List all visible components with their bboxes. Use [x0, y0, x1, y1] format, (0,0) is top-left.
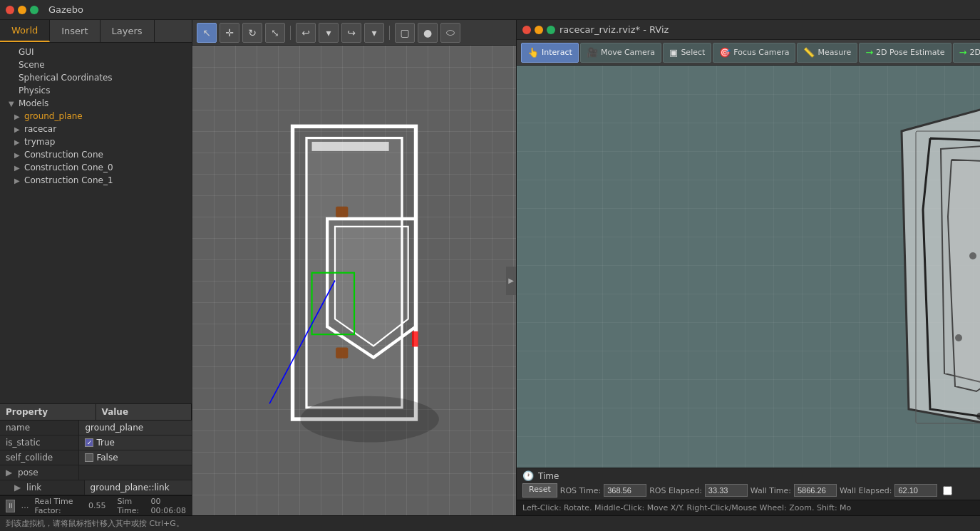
rviz-2d-pose-button[interactable]: → 2D Pose Estimate — [859, 43, 951, 63]
simtime-label: Sim Time: — [117, 497, 145, 515]
checkbox-is-static[interactable]: ✓ — [85, 438, 93, 447]
wall-time-field[interactable] — [794, 484, 837, 497]
rviz-select-button[interactable]: ▣ Select — [663, 43, 711, 63]
gazebo-toolbar: ↖ ✛ ↻ ⤡ ↩ ▾ ↪ ▾ ▢ ● ⬭ — [192, 20, 516, 46]
time-reset-button[interactable]: Reset — [522, 483, 557, 498]
wall-time-label: Wall Time: — [751, 486, 791, 495]
box-button[interactable]: ▢ — [395, 23, 415, 43]
tree-item-racecar[interactable]: ▶ racecar — [0, 123, 192, 135]
main-layout: World Insert Layers GUI Scene Spherical … — [0, 20, 980, 515]
tree-arrow: ▶ — [14, 151, 21, 159]
ros-elapsed-field[interactable] — [705, 484, 748, 497]
redo-dropdown[interactable]: ▾ — [364, 23, 384, 43]
realtime-value: 0.55 — [88, 501, 106, 510]
undo-button[interactable]: ↩ — [296, 23, 316, 43]
panel-collapse-arrow[interactable]: ▶ — [506, 267, 516, 295]
gazebo-viewport-panel: ↖ ✛ ↻ ⤡ ↩ ▾ ↪ ▾ ▢ ● ⬭ — [192, 20, 517, 515]
redo-button[interactable]: ↪ — [341, 23, 361, 43]
rviz-measure-button[interactable]: 📏 Measure — [797, 43, 857, 63]
tree-item-physics[interactable]: Physics — [0, 84, 192, 97]
tree-item-gui[interactable]: GUI — [0, 46, 192, 58]
rviz-2d-nav-button[interactable]: → 2D — [953, 43, 980, 63]
time-row-values: Reset ROS Time: ROS Elapsed: Wall Time: … — [522, 483, 974, 498]
rviz-status-text: Left-Click: Rotate. Middle-Click: Move X… — [522, 503, 851, 512]
tree-arrow: ▶ — [14, 125, 21, 133]
properties-panel: Property Value name ground_plane is_stat… — [0, 403, 192, 495]
wall-elapsed-field[interactable] — [894, 484, 937, 497]
prop-val-name[interactable]: ground_plane — [79, 421, 192, 435]
rviz-focus-camera-button[interactable]: 🎯 Focus Camera — [713, 43, 795, 63]
tree-label: Construction Cone — [24, 150, 103, 160]
tree-arrow: ▼ — [9, 100, 16, 108]
rviz-title: racecar_rviz.rviz* - RViz — [559, 24, 669, 35]
tab-layers[interactable]: Layers — [100, 20, 155, 42]
tree-item-models[interactable]: ▼ Models — [0, 97, 192, 110]
prop-val-link[interactable]: ground_plane::link — [85, 480, 192, 495]
tree-item-cone-0[interactable]: ▶ Construction Cone_0 — [0, 161, 192, 174]
time-sync-checkbox[interactable] — [943, 486, 952, 495]
tab-insert[interactable]: Insert — [50, 20, 100, 42]
props-header: Property Value — [0, 404, 192, 421]
prop-key-name: name — [0, 421, 79, 435]
tree-label: GUI — [19, 47, 34, 57]
tab-world[interactable]: World — [0, 20, 50, 42]
pause-button[interactable]: ⏸ — [6, 500, 15, 512]
select-tool-button[interactable]: ↖ — [197, 23, 217, 43]
tree-item-scene[interactable]: Scene — [0, 58, 192, 71]
dots-indicator: … — [21, 501, 29, 510]
tree-arrow: ▶ — [14, 164, 21, 172]
tree-item-ground-plane[interactable]: ▶ ground_plane — [0, 110, 192, 123]
tree-item-cone-1[interactable]: ▶ Construction Cone_1 — [0, 174, 192, 187]
maximize-button[interactable] — [30, 6, 38, 14]
cylinder-button[interactable]: ⬭ — [440, 23, 460, 43]
rviz-map-svg — [517, 66, 980, 468]
tree-item-spherical[interactable]: Spherical Coordinates — [0, 71, 192, 84]
rviz-window-controls — [522, 26, 555, 34]
translate-tool-button[interactable]: ✛ — [220, 23, 239, 43]
minimize-button[interactable] — [18, 6, 26, 14]
gazebo-title: Gazebo — [48, 4, 83, 15]
prop-key-link: ▶ link — [0, 480, 85, 495]
rviz-minimize-button[interactable] — [535, 26, 543, 34]
rviz-maximize-button[interactable] — [547, 26, 555, 34]
prop-val-is-static[interactable]: ✓ True — [79, 435, 192, 450]
chinese-hint-bar: 到该虚拟机，请将鼠标指针移入其中或按 Ctrl+G。 — [0, 515, 980, 531]
rviz-close-button[interactable] — [522, 26, 531, 34]
tree-arrow: ▶ — [14, 113, 21, 120]
ros-time-field[interactable] — [604, 484, 646, 497]
prop-val-pose[interactable] — [79, 465, 192, 480]
tree-label: trymap — [24, 137, 55, 147]
tree-item-trymap[interactable]: ▶ trymap — [0, 135, 192, 148]
gazebo-tabs: World Insert Layers — [0, 20, 192, 43]
prop-row-pose: ▶ pose — [0, 465, 192, 480]
scale-tool-button[interactable]: ⤡ — [265, 23, 285, 43]
ros-time-label: ROS Time: — [560, 486, 601, 495]
gazebo-left-panel: World Insert Layers GUI Scene Spherical … — [0, 20, 192, 515]
svg-rect-2 — [312, 142, 389, 151]
rviz-panel: racecar_rviz.rviz* - RViz 👆 Interact 🎥 M… — [517, 20, 980, 515]
realtime-label: Real Time Factor: — [34, 497, 83, 515]
undo-dropdown[interactable]: ▾ — [319, 23, 339, 43]
rviz-3d-viewport[interactable] — [517, 66, 980, 468]
tree-label: Scene — [19, 60, 45, 70]
tree-item-cone[interactable]: ▶ Construction Cone — [0, 148, 192, 161]
rviz-interact-button[interactable]: 👆 Interact — [521, 43, 579, 63]
prop-val-self-collide[interactable]: False — [79, 450, 192, 465]
rotate-tool-button[interactable]: ↻ — [242, 23, 262, 43]
rviz-toolbar: 👆 Interact 🎥 Move Camera ▣ Select 🎯 Focu… — [517, 40, 980, 66]
tree-arrow: ▶ — [14, 138, 21, 146]
tree-label: racecar — [24, 124, 56, 134]
rviz-move-camera-button[interactable]: 🎥 Move Camera — [580, 43, 661, 63]
select-icon: ▣ — [669, 47, 678, 58]
prop-row-name: name ground_plane — [0, 421, 192, 435]
svg-rect-7 — [336, 207, 348, 217]
wall-elapsed-label: Wall Elapsed: — [840, 486, 892, 495]
gazebo-3d-viewport[interactable]: ▶ — [192, 46, 516, 515]
focus-icon: 🎯 — [719, 47, 731, 58]
prop-key-pose: ▶ pose — [0, 465, 79, 480]
checkbox-self-collide[interactable] — [85, 453, 93, 462]
tree-label: ground_plane — [24, 111, 83, 121]
close-button[interactable] — [6, 6, 14, 14]
sphere-button[interactable]: ● — [418, 23, 438, 43]
svg-rect-9 — [412, 331, 418, 347]
